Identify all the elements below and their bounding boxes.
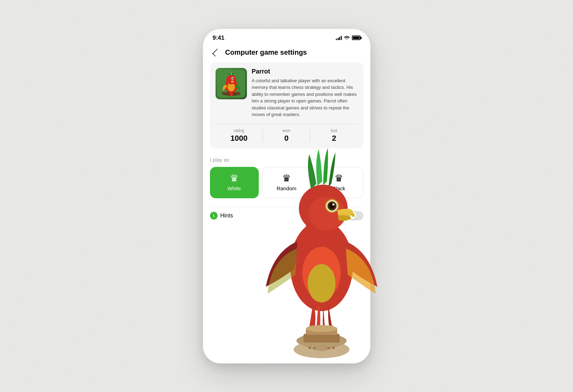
svg-point-7	[232, 77, 234, 79]
phone-frame: 9:41	[203, 29, 370, 363]
opponent-details: Parrot A colorful and talkative player w…	[252, 68, 358, 118]
scroll-content[interactable]: Parrot A colorful and talkative player w…	[203, 62, 370, 363]
random-crown-icon: ♛	[282, 174, 291, 183]
lost-value: 2	[332, 134, 336, 143]
wifi-icon	[344, 36, 350, 40]
black-crown-icon: ♛	[334, 174, 343, 183]
status-bar: 9:41	[203, 29, 370, 44]
random-label: Random	[277, 185, 296, 191]
random-button[interactable]: ♛ Random	[262, 167, 311, 198]
opponent-avatar	[216, 68, 247, 99]
toggle-knob	[349, 212, 356, 220]
page-title: Computer game settings	[225, 48, 307, 56]
parrot-avatar-image	[217, 70, 245, 98]
won-label: won	[282, 128, 290, 133]
rating-value: 1000	[231, 134, 248, 143]
white-button[interactable]: ♛ White	[210, 167, 259, 198]
white-label: White	[227, 185, 241, 191]
stats-row: rating 1000 won 0 lost 2	[216, 124, 358, 143]
opponent-name: Parrot	[252, 68, 358, 75]
won-value: 0	[284, 134, 288, 143]
opponent-info: Parrot A colorful and talkative player w…	[216, 68, 358, 118]
stat-won: won 0	[263, 128, 310, 143]
status-time: 9:41	[213, 34, 225, 41]
stat-lost: lost 2	[310, 128, 357, 143]
hints-info-icon: i	[210, 212, 218, 220]
svg-point-8	[233, 78, 233, 78]
opponent-description: A colorful and talkative player with an …	[252, 77, 358, 118]
back-button[interactable]	[210, 47, 221, 58]
rating-label: rating	[234, 128, 244, 133]
lost-label: lost	[331, 128, 337, 133]
svg-point-5	[226, 75, 236, 84]
battery-icon	[352, 36, 361, 40]
white-crown-icon: ♛	[230, 174, 239, 183]
header: Computer game settings	[203, 44, 370, 62]
black-button[interactable]: ♛ Black	[315, 167, 363, 198]
back-chevron-icon	[212, 48, 220, 56]
black-label: Black	[332, 185, 345, 191]
stat-rating: rating 1000	[216, 128, 263, 143]
hints-row: i Hints	[210, 207, 363, 224]
play-as-label: I play as	[210, 157, 363, 163]
opponent-card: Parrot A colorful and talkative player w…	[210, 62, 363, 148]
hints-toggle[interactable]	[348, 211, 363, 220]
status-icons	[336, 36, 361, 40]
signal-icon	[336, 36, 342, 40]
phone-container: 9:41	[203, 29, 370, 363]
hints-label: Hints	[220, 213, 348, 219]
color-selection: ♛ White ♛ Random ♛ Black	[210, 167, 363, 198]
